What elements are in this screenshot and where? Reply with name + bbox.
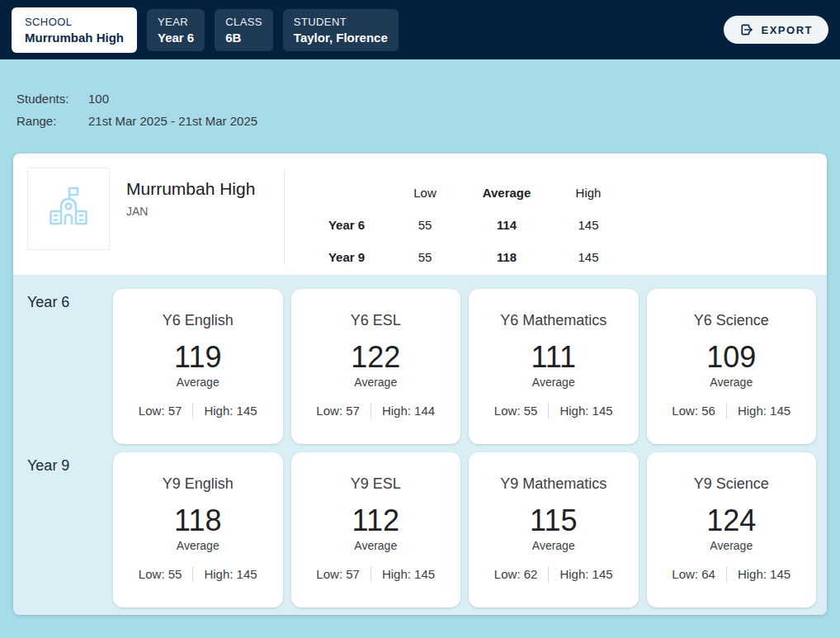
tab-student-label: STUDENT bbox=[294, 16, 388, 28]
subject-average-label: Average bbox=[113, 539, 283, 552]
subject-high: High: 145 bbox=[559, 567, 612, 581]
subject-card-y6-mathematics: Y6 Mathematics 111 Average Low: 55 High:… bbox=[469, 289, 639, 444]
subject-high: High: 145 bbox=[738, 404, 790, 418]
subject-low-high: Low: 64 High: 145 bbox=[647, 566, 817, 582]
subject-average-value: 122 bbox=[291, 340, 461, 375]
subject-card-y6-science: Y6 Science 109 Average Low: 56 High: 145 bbox=[647, 289, 817, 444]
export-icon bbox=[739, 22, 754, 37]
subject-low-high: Low: 55 High: 145 bbox=[113, 566, 283, 582]
subject-average-label: Average bbox=[113, 376, 283, 389]
year9-section: Year 9 Y9 English 118 Average Low: 55 Hi… bbox=[13, 452, 827, 607]
tab-year[interactable]: YEAR Year 6 bbox=[147, 9, 205, 51]
subject-low: Low: 64 bbox=[672, 567, 715, 581]
subject-title: Y6 Mathematics bbox=[469, 312, 639, 329]
tab-class[interactable]: CLASS 6B bbox=[215, 9, 273, 51]
header-divider bbox=[284, 169, 285, 265]
subject-average-label: Average bbox=[647, 539, 817, 552]
subject-average-value: 118 bbox=[113, 503, 283, 538]
subject-average-label: Average bbox=[469, 539, 639, 552]
tab-student[interactable]: STUDENT Taylor, Florence bbox=[283, 9, 399, 51]
students-value: 100 bbox=[88, 92, 823, 106]
low-high-divider bbox=[548, 566, 549, 582]
subject-low: Low: 57 bbox=[139, 404, 182, 418]
school-title-block: Murrumbah High JAN bbox=[126, 168, 284, 275]
range-value: 21st Mar 2025 - 21st Mar 2025 bbox=[88, 114, 823, 128]
year9-section-label: Year 9 bbox=[27, 452, 113, 607]
subject-high: High: 145 bbox=[559, 404, 612, 418]
school-name: Murrumbah High bbox=[126, 179, 284, 199]
subject-average-value: 109 bbox=[647, 340, 817, 375]
subject-high: High: 144 bbox=[382, 404, 435, 418]
subject-average-label: Average bbox=[291, 376, 461, 389]
low-high-divider bbox=[370, 403, 371, 418]
subject-average-label: Average bbox=[291, 539, 461, 552]
subject-low-high: Low: 57 High: 145 bbox=[113, 403, 283, 418]
subject-low: Low: 55 bbox=[139, 567, 182, 581]
subject-average-value: 112 bbox=[291, 503, 461, 538]
subject-average-value: 124 bbox=[647, 503, 817, 538]
subject-average-label: Average bbox=[647, 376, 817, 389]
year6-section: Year 6 Y6 English 119 Average Low: 57 Hi… bbox=[13, 289, 827, 444]
subject-card-y9-english: Y9 English 118 Average Low: 55 High: 145 bbox=[113, 452, 283, 607]
tab-school[interactable]: SCHOOL Murrumbah High bbox=[12, 7, 137, 53]
range-label: Range: bbox=[17, 114, 88, 128]
subject-title: Y9 Science bbox=[647, 475, 817, 493]
students-row: Students: 100 bbox=[17, 92, 823, 106]
students-label: Students: bbox=[17, 92, 88, 106]
school-header: Murrumbah High JAN Low Average High Year… bbox=[13, 154, 827, 275]
low-high-divider bbox=[370, 566, 371, 582]
school-period: JAN bbox=[126, 205, 284, 218]
summary-col-average: Average bbox=[466, 186, 547, 200]
range-row: Range: 21st Mar 2025 - 21st Mar 2025 bbox=[17, 114, 823, 128]
subject-title: Y6 ESL bbox=[291, 312, 461, 329]
subject-high: High: 145 bbox=[382, 567, 435, 581]
school-logo-box bbox=[27, 168, 110, 250]
summary-row-year6-label: Year 6 bbox=[309, 218, 384, 232]
summary-row-year9-label: Year 9 bbox=[309, 250, 384, 264]
subject-low-high: Low: 62 High: 145 bbox=[469, 566, 639, 582]
low-high-divider bbox=[192, 566, 193, 582]
summary-year6-high: 145 bbox=[547, 218, 630, 232]
subject-average-label: Average bbox=[469, 376, 639, 389]
subject-card-y9-mathematics: Y9 Mathematics 115 Average Low: 62 High:… bbox=[469, 452, 639, 607]
subject-low-high: Low: 57 High: 144 bbox=[291, 403, 461, 418]
tab-school-label: SCHOOL bbox=[25, 16, 124, 28]
summary-year9-average: 118 bbox=[466, 250, 547, 264]
subject-card-y6-english: Y6 English 119 Average Low: 57 High: 145 bbox=[113, 289, 283, 444]
subject-low-high: Low: 56 High: 145 bbox=[647, 403, 817, 418]
tab-school-value: Murrumbah High bbox=[25, 31, 124, 45]
low-high-divider bbox=[726, 566, 727, 582]
summary-col-low: Low bbox=[384, 186, 466, 200]
tab-student-value: Taylor, Florence bbox=[294, 31, 388, 45]
subject-high: High: 145 bbox=[204, 567, 257, 581]
subject-low: Low: 56 bbox=[672, 404, 715, 418]
subject-average-value: 111 bbox=[469, 340, 639, 375]
subject-card-y6-esl: Y6 ESL 122 Average Low: 57 High: 144 bbox=[291, 289, 461, 444]
tab-class-label: CLASS bbox=[225, 16, 262, 28]
subject-low: Low: 62 bbox=[494, 567, 538, 581]
summary-year9-high: 145 bbox=[547, 250, 630, 264]
subject-average-value: 119 bbox=[113, 340, 283, 375]
export-button-label: EXPORT bbox=[762, 24, 813, 36]
tab-year-value: Year 6 bbox=[158, 31, 194, 45]
summary-table: Low Average High Year 6 55 114 145 Year … bbox=[309, 168, 630, 275]
summary-year6-low: 55 bbox=[384, 218, 466, 232]
subject-low: Low: 55 bbox=[494, 404, 538, 418]
summary-year9-low: 55 bbox=[384, 250, 466, 264]
subject-title: Y9 Mathematics bbox=[469, 475, 639, 493]
subject-high: High: 145 bbox=[204, 404, 257, 418]
subject-high: High: 145 bbox=[738, 567, 790, 581]
subject-low-high: Low: 55 High: 145 bbox=[469, 403, 639, 418]
subject-title: Y6 Science bbox=[647, 312, 817, 329]
subject-low-high: Low: 57 High: 145 bbox=[291, 566, 461, 582]
year-sections: Year 6 Y6 English 119 Average Low: 57 Hi… bbox=[13, 275, 827, 615]
subject-title: Y6 English bbox=[113, 312, 283, 329]
year9-cards: Y9 English 118 Average Low: 55 High: 145… bbox=[113, 452, 816, 607]
low-high-divider bbox=[726, 403, 727, 418]
tab-year-label: YEAR bbox=[158, 16, 194, 28]
subject-title: Y9 English bbox=[113, 475, 283, 493]
subject-card-y9-esl: Y9 ESL 112 Average Low: 57 High: 145 bbox=[291, 452, 461, 607]
subject-average-value: 115 bbox=[469, 503, 639, 538]
export-button[interactable]: EXPORT bbox=[724, 16, 828, 44]
subject-card-y9-science: Y9 Science 124 Average Low: 64 High: 145 bbox=[647, 452, 817, 607]
